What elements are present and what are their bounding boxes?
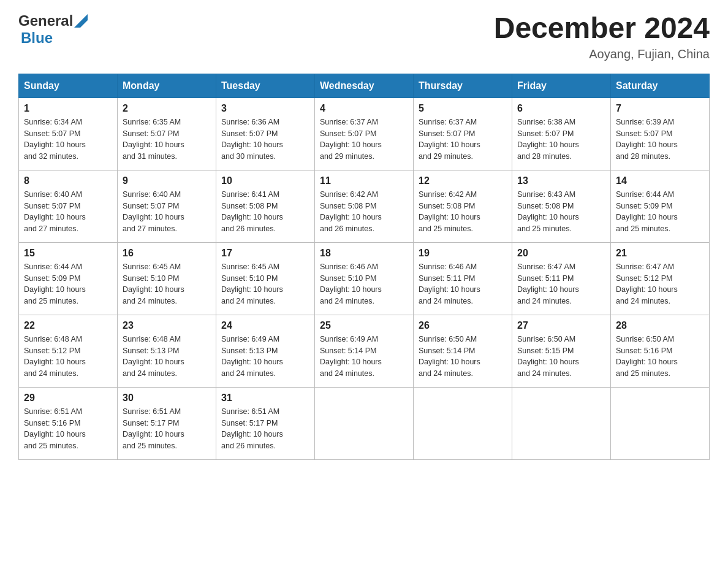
calendar-cell: 13 Sunrise: 6:43 AMSunset: 5:08 PMDaylig… bbox=[512, 170, 611, 242]
day-number: 28 bbox=[616, 320, 704, 331]
calendar-cell: 15 Sunrise: 6:44 AMSunset: 5:09 PMDaylig… bbox=[19, 242, 118, 315]
day-info: Sunrise: 6:47 AMSunset: 5:11 PMDaylight:… bbox=[517, 262, 579, 305]
calendar-cell: 1 Sunrise: 6:34 AMSunset: 5:07 PMDayligh… bbox=[19, 98, 118, 170]
day-info: Sunrise: 6:50 AMSunset: 5:14 PMDaylight:… bbox=[419, 335, 480, 378]
day-info: Sunrise: 6:42 AMSunset: 5:08 PMDaylight:… bbox=[419, 190, 480, 233]
weekday-header-friday: Friday bbox=[512, 74, 611, 98]
week-row-4: 22 Sunrise: 6:48 AMSunset: 5:12 PMDaylig… bbox=[19, 315, 710, 387]
day-info: Sunrise: 6:51 AMSunset: 5:17 PMDaylight:… bbox=[221, 407, 283, 450]
day-number: 5 bbox=[419, 103, 507, 114]
weekday-header-sunday: Sunday bbox=[19, 74, 118, 98]
logo-general-text: General bbox=[18, 12, 73, 29]
week-row-1: 1 Sunrise: 6:34 AMSunset: 5:07 PMDayligh… bbox=[19, 98, 710, 170]
day-info: Sunrise: 6:46 AMSunset: 5:11 PMDaylight:… bbox=[419, 262, 480, 305]
day-number: 24 bbox=[221, 320, 309, 331]
location: Aoyang, Fujian, China bbox=[494, 47, 710, 61]
day-info: Sunrise: 6:44 AMSunset: 5:09 PMDaylight:… bbox=[616, 190, 678, 233]
day-number: 17 bbox=[221, 248, 309, 259]
calendar-cell: 6 Sunrise: 6:38 AMSunset: 5:07 PMDayligh… bbox=[512, 98, 611, 170]
calendar-cell bbox=[512, 387, 611, 459]
day-number: 16 bbox=[123, 248, 211, 259]
day-info: Sunrise: 6:42 AMSunset: 5:08 PMDaylight:… bbox=[320, 190, 382, 233]
calendar-cell: 16 Sunrise: 6:45 AMSunset: 5:10 PMDaylig… bbox=[118, 242, 216, 315]
day-info: Sunrise: 6:45 AMSunset: 5:10 PMDaylight:… bbox=[123, 262, 184, 305]
day-number: 21 bbox=[616, 248, 704, 259]
day-info: Sunrise: 6:36 AMSunset: 5:07 PMDaylight:… bbox=[221, 118, 283, 161]
day-number: 12 bbox=[419, 175, 507, 186]
weekday-header-wednesday: Wednesday bbox=[315, 74, 414, 98]
day-number: 26 bbox=[419, 320, 507, 331]
calendar-cell bbox=[611, 387, 710, 459]
day-info: Sunrise: 6:49 AMSunset: 5:14 PMDaylight:… bbox=[320, 335, 382, 378]
weekday-header-row: SundayMondayTuesdayWednesdayThursdayFrid… bbox=[19, 74, 710, 98]
calendar-cell: 2 Sunrise: 6:35 AMSunset: 5:07 PMDayligh… bbox=[118, 98, 216, 170]
calendar-cell: 17 Sunrise: 6:45 AMSunset: 5:10 PMDaylig… bbox=[216, 242, 315, 315]
day-number: 15 bbox=[24, 248, 112, 259]
title-area: December 2024 Aoyang, Fujian, China bbox=[494, 12, 710, 61]
day-info: Sunrise: 6:40 AMSunset: 5:07 PMDaylight:… bbox=[123, 190, 184, 233]
day-number: 22 bbox=[24, 320, 112, 331]
day-number: 30 bbox=[123, 393, 211, 404]
day-info: Sunrise: 6:45 AMSunset: 5:10 PMDaylight:… bbox=[221, 262, 283, 305]
day-number: 4 bbox=[320, 103, 408, 114]
day-number: 29 bbox=[24, 393, 112, 404]
day-info: Sunrise: 6:50 AMSunset: 5:16 PMDaylight:… bbox=[616, 335, 678, 378]
calendar-cell: 26 Sunrise: 6:50 AMSunset: 5:14 PMDaylig… bbox=[414, 315, 512, 387]
calendar-cell: 20 Sunrise: 6:47 AMSunset: 5:11 PMDaylig… bbox=[512, 242, 611, 315]
day-info: Sunrise: 6:37 AMSunset: 5:07 PMDaylight:… bbox=[320, 118, 382, 161]
calendar-cell: 5 Sunrise: 6:37 AMSunset: 5:07 PMDayligh… bbox=[414, 98, 512, 170]
day-info: Sunrise: 6:50 AMSunset: 5:15 PMDaylight:… bbox=[517, 335, 579, 378]
week-row-2: 8 Sunrise: 6:40 AMSunset: 5:07 PMDayligh… bbox=[19, 170, 710, 242]
calendar-cell: 28 Sunrise: 6:50 AMSunset: 5:16 PMDaylig… bbox=[611, 315, 710, 387]
day-info: Sunrise: 6:38 AMSunset: 5:07 PMDaylight:… bbox=[517, 118, 579, 161]
logo-blue-text: Blue bbox=[21, 29, 53, 47]
day-info: Sunrise: 6:51 AMSunset: 5:16 PMDaylight:… bbox=[24, 407, 86, 450]
day-info: Sunrise: 6:39 AMSunset: 5:07 PMDaylight:… bbox=[616, 118, 678, 161]
weekday-header-saturday: Saturday bbox=[611, 74, 710, 98]
day-number: 7 bbox=[616, 103, 704, 114]
calendar-cell: 29 Sunrise: 6:51 AMSunset: 5:16 PMDaylig… bbox=[19, 387, 118, 459]
day-number: 1 bbox=[24, 103, 112, 114]
weekday-header-thursday: Thursday bbox=[414, 74, 512, 98]
day-number: 31 bbox=[221, 393, 309, 404]
calendar-cell: 18 Sunrise: 6:46 AMSunset: 5:10 PMDaylig… bbox=[315, 242, 414, 315]
calendar-cell: 31 Sunrise: 6:51 AMSunset: 5:17 PMDaylig… bbox=[216, 387, 315, 459]
calendar-cell: 11 Sunrise: 6:42 AMSunset: 5:08 PMDaylig… bbox=[315, 170, 414, 242]
day-info: Sunrise: 6:46 AMSunset: 5:10 PMDaylight:… bbox=[320, 262, 382, 305]
calendar-cell: 9 Sunrise: 6:40 AMSunset: 5:07 PMDayligh… bbox=[118, 170, 216, 242]
calendar-cell: 25 Sunrise: 6:49 AMSunset: 5:14 PMDaylig… bbox=[315, 315, 414, 387]
day-number: 11 bbox=[320, 175, 408, 186]
calendar-cell: 30 Sunrise: 6:51 AMSunset: 5:17 PMDaylig… bbox=[118, 387, 216, 459]
day-number: 6 bbox=[517, 103, 605, 114]
day-info: Sunrise: 6:49 AMSunset: 5:13 PMDaylight:… bbox=[221, 335, 283, 378]
logo: General Blue bbox=[18, 12, 88, 47]
calendar-cell: 21 Sunrise: 6:47 AMSunset: 5:12 PMDaylig… bbox=[611, 242, 710, 315]
day-number: 10 bbox=[221, 175, 309, 186]
logo-triangle-icon bbox=[74, 14, 88, 28]
calendar-cell: 14 Sunrise: 6:44 AMSunset: 5:09 PMDaylig… bbox=[611, 170, 710, 242]
day-number: 23 bbox=[123, 320, 211, 331]
day-number: 20 bbox=[517, 248, 605, 259]
day-number: 18 bbox=[320, 248, 408, 259]
day-info: Sunrise: 6:35 AMSunset: 5:07 PMDaylight:… bbox=[123, 118, 184, 161]
calendar-cell: 12 Sunrise: 6:42 AMSunset: 5:08 PMDaylig… bbox=[414, 170, 512, 242]
day-number: 27 bbox=[517, 320, 605, 331]
day-info: Sunrise: 6:41 AMSunset: 5:08 PMDaylight:… bbox=[221, 190, 283, 233]
day-info: Sunrise: 6:34 AMSunset: 5:07 PMDaylight:… bbox=[24, 118, 86, 161]
day-number: 2 bbox=[123, 103, 211, 114]
day-number: 13 bbox=[517, 175, 605, 186]
month-title: December 2024 bbox=[494, 12, 710, 45]
day-info: Sunrise: 6:47 AMSunset: 5:12 PMDaylight:… bbox=[616, 262, 678, 305]
day-info: Sunrise: 6:51 AMSunset: 5:17 PMDaylight:… bbox=[123, 407, 184, 450]
calendar-cell bbox=[315, 387, 414, 459]
weekday-header-monday: Monday bbox=[118, 74, 216, 98]
calendar-cell: 22 Sunrise: 6:48 AMSunset: 5:12 PMDaylig… bbox=[19, 315, 118, 387]
day-info: Sunrise: 6:48 AMSunset: 5:12 PMDaylight:… bbox=[24, 335, 86, 378]
calendar-table: SundayMondayTuesdayWednesdayThursdayFrid… bbox=[18, 74, 710, 460]
day-info: Sunrise: 6:48 AMSunset: 5:13 PMDaylight:… bbox=[123, 335, 184, 378]
calendar-cell: 3 Sunrise: 6:36 AMSunset: 5:07 PMDayligh… bbox=[216, 98, 315, 170]
week-row-5: 29 Sunrise: 6:51 AMSunset: 5:16 PMDaylig… bbox=[19, 387, 710, 459]
calendar-cell: 24 Sunrise: 6:49 AMSunset: 5:13 PMDaylig… bbox=[216, 315, 315, 387]
day-number: 9 bbox=[123, 175, 211, 186]
calendar-cell: 8 Sunrise: 6:40 AMSunset: 5:07 PMDayligh… bbox=[19, 170, 118, 242]
